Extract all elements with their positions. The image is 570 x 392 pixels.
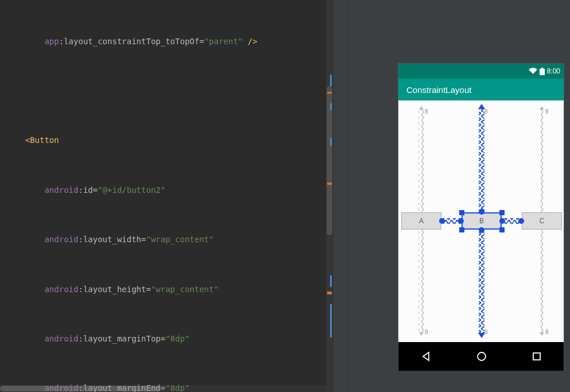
resize-handle-tl[interactable] (459, 210, 464, 215)
preview-button-c[interactable]: C (522, 212, 562, 230)
editor-scrollbar-vertical[interactable] (326, 0, 333, 392)
constraint-handle-right[interactable] (499, 218, 505, 224)
layout-preview-pane: 8:00 ConstraintLayout (347, 0, 570, 392)
margin-label: 8 (545, 329, 549, 335)
app-bar: ConstraintLayout (398, 79, 564, 100)
device-frame: 8:00 ConstraintLayout (398, 63, 564, 370)
svg-point-14 (478, 352, 486, 360)
scrollbar-thumb[interactable] (0, 386, 161, 391)
status-time: 8:00 (547, 67, 560, 75)
constraint-handle-bottom[interactable] (479, 227, 484, 233)
change-marker (330, 103, 332, 110)
anchor-a-right[interactable] (439, 218, 445, 224)
margin-label: 8 (425, 108, 428, 115)
change-marker (330, 138, 332, 146)
pane-divider[interactable] (333, 0, 347, 392)
code-editor[interactable]: app:layout_constraintTop_toTopOf="parent… (0, 0, 333, 392)
svg-rect-6 (418, 108, 424, 212)
xml-source[interactable]: app:layout_constraintTop_toTopOf="parent… (6, 0, 333, 392)
svg-rect-4 (540, 69, 545, 75)
editor-scrollbar-horizontal[interactable] (0, 385, 326, 392)
resize-handle-tr[interactable] (499, 210, 505, 215)
constraint-handle-left[interactable] (458, 218, 464, 224)
svg-rect-11 (479, 230, 484, 333)
margin-label: 8 (545, 108, 549, 115)
warning-marker (327, 92, 332, 94)
svg-rect-5 (541, 68, 543, 69)
warning-marker (327, 183, 332, 185)
design-surface[interactable]: 8 8 8 8 8 8 A B C (398, 100, 564, 342)
anchor-c-left[interactable] (518, 218, 524, 224)
margin-label: 8 (484, 108, 488, 115)
app-title: ConstraintLayout (406, 85, 471, 95)
change-marker (330, 304, 332, 337)
status-bar: 8:00 (398, 64, 564, 79)
android-nav-bar (398, 342, 564, 371)
change-marker (330, 75, 332, 86)
svg-rect-8 (539, 108, 545, 212)
svg-rect-9 (539, 230, 545, 333)
battery-icon (540, 68, 545, 75)
warning-marker (327, 292, 332, 294)
nav-recent-icon[interactable] (532, 351, 542, 362)
wifi-icon (529, 68, 537, 75)
margin-label: 8 (425, 329, 428, 335)
svg-rect-7 (418, 230, 424, 333)
nav-home-icon[interactable] (476, 351, 487, 362)
svg-rect-10 (479, 108, 484, 212)
resize-handle-br[interactable] (499, 227, 505, 232)
preview-button-a[interactable]: A (401, 212, 441, 230)
svg-rect-15 (533, 353, 540, 360)
margin-label: 8 (484, 329, 488, 335)
nav-back-icon[interactable] (420, 351, 432, 362)
resize-handle-bl[interactable] (459, 227, 464, 232)
change-marker (330, 275, 332, 287)
constraint-handle-top[interactable] (479, 209, 484, 215)
